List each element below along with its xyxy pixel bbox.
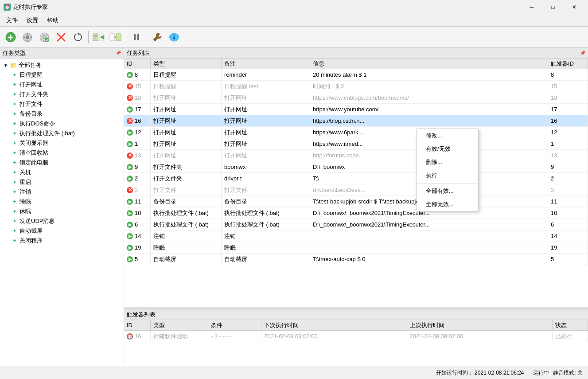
td-id: ▶12	[124, 127, 151, 138]
pause-button[interactable]	[129, 29, 144, 45]
sidebar-item-睡眠[interactable]: ✦睡眠	[0, 197, 124, 207]
sidebar-item-锁定此电脑[interactable]: ✦锁定此电脑	[0, 158, 124, 168]
sidebar-item-清空回收站[interactable]: ✦清空回收站	[0, 148, 124, 158]
import-button[interactable]	[91, 29, 107, 45]
left-panel-pin[interactable]: 📌	[116, 51, 121, 55]
task-list-panel-header: 任务列表 📌	[124, 48, 588, 59]
window-controls: ─ □ ✕	[522, 0, 584, 14]
minimize-button[interactable]: ─	[522, 0, 542, 14]
table-row[interactable]: ✕15 日程提醒 日程提醒 test 时间到！$ 0 15	[124, 81, 588, 92]
td-note: 执行批处理文件 (.bat)	[222, 219, 310, 230]
td-trigid: 12	[548, 127, 588, 138]
trigger-th-id: ID	[124, 320, 151, 330]
sidebar-item-关机[interactable]: ✦关机	[0, 168, 124, 177]
status-green-icon: ▶	[127, 72, 133, 78]
ctx-delete[interactable]: 删除...	[417, 156, 478, 169]
sidebar-item-关闭程序[interactable]: ✦关闭程序	[0, 236, 124, 246]
settings-button[interactable]	[19, 29, 35, 45]
table-row[interactable]: ▶8 日程提醒 reminder 20 minutes alarm $ 1 8	[124, 69, 588, 81]
ctx-run[interactable]: 执行	[417, 169, 478, 182]
td-note: 打开网址	[222, 127, 310, 138]
table-row[interactable]: ▶1 打开网址 打开网址 https://www.itmed... 1	[124, 138, 588, 150]
svg-rect-24	[174, 37, 175, 39]
toolbar-sep-3	[147, 31, 147, 43]
trigger-td-id: ⏰16	[124, 331, 151, 342]
trigger-td-status: 已执行	[553, 331, 588, 342]
add-task-button[interactable]	[3, 29, 19, 45]
sidebar-item-打开文件[interactable]: ✦打开文件	[0, 99, 124, 109]
td-id: ▶11	[124, 196, 151, 207]
td-note: 打开网址	[222, 92, 310, 103]
ctx-edit[interactable]: 修改...	[417, 129, 478, 142]
delete-button[interactable]	[53, 29, 69, 45]
sidebar-item-执行批处理文件 (.bat)[interactable]: ✦执行批处理文件 (.bat)	[0, 129, 124, 138]
td-info: T:\tmex-auto-cap $ 0	[310, 254, 548, 265]
table-row[interactable]: ▶10 执行批处理文件 (.bat) 执行批处理文件 (.bat) D:\_bo…	[124, 207, 588, 219]
sidebar-item-自动截屏[interactable]: ✦自动截屏	[0, 226, 124, 236]
info-button[interactable]	[166, 29, 182, 45]
maximize-button[interactable]: □	[543, 0, 563, 14]
title-bar: ⏰ 定时执行专家 ─ □ ✕	[0, 0, 588, 14]
td-note: 打开网址	[222, 150, 310, 161]
table-row[interactable]: ✕13 打开网址 打开网址 http://forums.code... 13	[124, 150, 588, 161]
sidebar-item-打开文件夹[interactable]: ✦打开文件夹	[0, 90, 124, 99]
close-button[interactable]: ✕	[564, 0, 584, 14]
sidebar-item-日程提醒[interactable]: ✦日程提醒	[0, 70, 124, 80]
table-row[interactable]: ▶9 打开文件夹 boomwx D:\_boomwx 9	[124, 161, 588, 173]
table-row[interactable]: ▶19 睡眠 睡眠 19	[124, 242, 588, 254]
task-list-pin[interactable]: 📌	[580, 51, 585, 55]
td-id: ✕16	[124, 115, 151, 126]
sidebar-item-关闭显示器[interactable]: ✦关闭显示器	[0, 138, 124, 148]
tree-root-all-tasks[interactable]: ▼ 📁 全部任务	[0, 60, 124, 70]
task-table-header: ID 类型 备注 信息 触发器ID	[124, 59, 588, 69]
sidebar-item-休眠[interactable]: ✦休眠	[0, 207, 124, 216]
menu-help[interactable]: 帮助	[43, 15, 63, 26]
td-id: ▶9	[124, 161, 151, 172]
status-red-icon: ✕	[127, 118, 133, 124]
td-id: ▶14	[124, 231, 151, 242]
sidebar-item-重启[interactable]: ✦重启	[0, 177, 124, 187]
table-row[interactable]: ▶12 打开网址 打开网址 https://www.6park... 12	[124, 127, 588, 138]
table-row[interactable]: ▶17 打开网址 打开网址 https://www.youtube.com/ 1…	[124, 104, 588, 115]
sidebar-item-注销[interactable]: ✦注销	[0, 187, 124, 197]
ctx-toggle[interactable]: 有效/无效	[417, 142, 478, 156]
td-type: 打开文件夹	[151, 161, 222, 172]
td-note: boomwx	[222, 161, 310, 172]
ctx-all-disable[interactable]: 全部无效...	[417, 198, 478, 211]
trigger-table-row[interactable]: ⏰16 伴随软件启动 - 3 - - - - 2021-02-09 09:02:…	[124, 331, 588, 342]
sidebar-item-备份目录[interactable]: ✦备份目录	[0, 109, 124, 119]
table-row[interactable]: ✕3 打开文件 打开文件 d:\Users\Leo\Desk... 3	[124, 184, 588, 196]
task-type-items: ✦日程提醒✦打开网址✦打开文件夹✦打开文件✦备份目录✦执行DOS命令✦执行批处理…	[0, 70, 124, 246]
start-time-label: 开始运行时间： 2021-02-08 21:06:24	[436, 369, 524, 377]
td-note: 打开网址	[222, 115, 310, 126]
tools-button[interactable]	[149, 29, 165, 45]
td-trigid: 17	[548, 104, 588, 115]
td-trigid: 1	[548, 138, 588, 149]
sidebar-item-发送UDP消息[interactable]: ✦发送UDP消息	[0, 216, 124, 226]
status-green-icon: ▶	[127, 256, 133, 262]
status-red-icon: ✕	[127, 187, 133, 193]
sidebar-item-打开网址[interactable]: ✦打开网址	[0, 80, 124, 90]
menu-file[interactable]: 文件	[2, 15, 22, 26]
td-type: 打开文件夹	[151, 173, 222, 184]
trigger-th-last: 上次执行时间	[407, 320, 553, 330]
refresh-button[interactable]	[70, 29, 86, 45]
td-info	[310, 231, 548, 242]
table-row[interactable]: ✕16 打开网址 打开网址 https://blog.csdn.n... 16	[124, 115, 588, 127]
svg-rect-12	[94, 35, 97, 36]
td-trigid: 8	[548, 69, 588, 80]
svg-point-4	[26, 35, 29, 39]
table-row[interactable]: ▶2 打开文件夹 driver t T:\ 2	[124, 173, 588, 184]
table-row[interactable]: ▶11 备份目录 备份目录 T:\test-backupjob-srcdir $…	[124, 196, 588, 207]
table-row[interactable]: ▶5 自动截屏 自动截屏 T:\tmex-auto-cap $ 0 5	[124, 254, 588, 265]
menu-settings[interactable]: 设置	[22, 15, 43, 26]
table-row[interactable]: ▶6 执行批处理文件 (.bat) 执行批处理文件 (.bat) D:\_boo…	[124, 219, 588, 231]
ctx-all-enable[interactable]: 全部有效...	[417, 184, 478, 198]
td-type: 打开网址	[151, 138, 222, 149]
table-row[interactable]: ✕18 打开网址 打开网址 https://www.cnblogs.com/bo…	[124, 92, 588, 104]
enable-button[interactable]	[36, 29, 52, 45]
sidebar-item-执行DOS命令[interactable]: ✦执行DOS命令	[0, 119, 124, 129]
table-row[interactable]: ▶14 注销 注销 14	[124, 231, 588, 242]
status-green-icon: ▶	[127, 222, 133, 228]
export-button[interactable]	[108, 29, 124, 45]
